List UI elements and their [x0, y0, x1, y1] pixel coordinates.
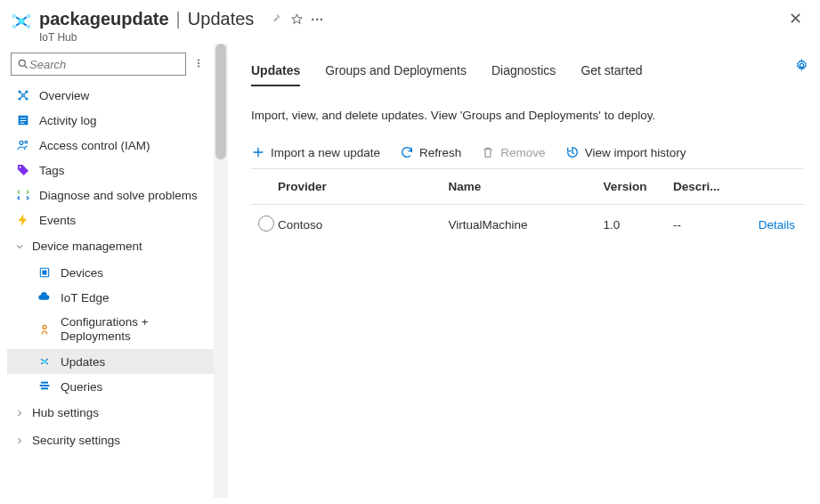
sidebar-item-iot-edge[interactable]: IoT Edge [7, 285, 214, 310]
sidebar-item-label: Updates [61, 355, 105, 369]
scroll-thumb[interactable] [215, 44, 226, 159]
remove-button: Remove [481, 145, 545, 159]
svg-point-1 [12, 14, 17, 19]
svg-rect-26 [40, 385, 50, 386]
chevron-down-icon [14, 241, 25, 252]
tab-getstarted[interactable]: Get started [580, 60, 642, 86]
cell-version: 1.0 [604, 218, 673, 232]
svg-rect-15 [20, 118, 27, 118]
svg-point-18 [20, 141, 23, 144]
cell-provider: Contoso [278, 218, 449, 232]
events-icon [16, 213, 30, 227]
plus-icon [251, 145, 265, 159]
devices-icon [37, 265, 52, 280]
sidebar-item-diagnose[interactable]: Diagnose and solve problems [7, 183, 214, 207]
svg-point-8 [198, 66, 199, 68]
import-update-button[interactable]: Import a new update [251, 145, 380, 159]
activity-log-icon [16, 113, 30, 127]
sidebar-group-label: Device management [32, 240, 142, 253]
sidebar-item-activity[interactable]: Activity log [7, 108, 214, 133]
search-input[interactable] [11, 53, 186, 76]
diagnose-icon [16, 188, 30, 202]
svg-point-19 [25, 141, 28, 143]
star-icon[interactable] [290, 12, 304, 26]
updates-icon [37, 354, 52, 369]
header-description[interactable]: Descri... [673, 180, 751, 193]
sidebar-item-label: Access control (IAM) [39, 139, 150, 152]
cell-name: VirtualMachine [449, 218, 604, 232]
details-link[interactable]: Details [759, 218, 795, 232]
breadcrumb-separator: | [176, 9, 181, 29]
refresh-button[interactable]: Refresh [400, 145, 461, 159]
search-icon [17, 58, 29, 70]
sidebar-group-label: Hub settings [32, 406, 99, 419]
remove-label: Remove [500, 146, 545, 159]
row-checkbox[interactable] [258, 215, 274, 232]
tab-groups[interactable]: Groups and Deployments [325, 60, 467, 86]
tab-updates[interactable]: Updates [251, 60, 300, 86]
refresh-label: Refresh [419, 146, 461, 159]
svg-point-9 [22, 94, 25, 97]
header-provider[interactable]: Provider [278, 180, 449, 193]
sidebar-item-label: Queries [61, 380, 102, 394]
sidebar-item-label: Tags [39, 164, 65, 177]
svg-rect-27 [41, 388, 48, 390]
settings-button[interactable] [794, 58, 809, 77]
import-label: Import a new update [271, 146, 380, 159]
sidebar-item-label: Overview [39, 89, 89, 102]
sidebar-group-security-settings[interactable]: Security settings [7, 427, 214, 454]
chevron-right-icon [14, 435, 25, 446]
more-icon[interactable]: ··· [311, 12, 324, 27]
refresh-icon [400, 145, 414, 159]
svg-rect-17 [20, 123, 25, 124]
page-title: Updates [188, 9, 255, 29]
pin-icon[interactable] [270, 12, 283, 26]
sidebar-group-device-management[interactable]: Device management [7, 232, 214, 260]
history-button[interactable]: View import history [565, 145, 686, 159]
tags-icon [16, 163, 30, 177]
sidebar-item-label: Diagnose and solve problems [39, 189, 198, 202]
sidebar-item-label: Devices [61, 266, 103, 280]
sidebar-item-devices[interactable]: Devices [7, 260, 214, 285]
sort-icon[interactable] [193, 56, 204, 72]
sidebar-item-updates[interactable]: Updates [7, 349, 214, 374]
iot-hub-icon [9, 9, 34, 34]
sidebar-item-tags[interactable]: Tags [7, 158, 214, 183]
sidebar-item-overview[interactable]: Overview [7, 83, 214, 108]
svg-point-20 [20, 167, 21, 168]
sidebar-item-label: Events [39, 214, 76, 227]
sidebar-item-configurations[interactable]: Configurations + Deployments [7, 310, 214, 349]
close-icon[interactable]: ✕ [789, 9, 802, 28]
breadcrumb: packageupdate | Updates ··· [39, 9, 324, 29]
svg-point-6 [198, 60, 199, 61]
header-name[interactable]: Name [449, 180, 604, 193]
sidebar-group-label: Security settings [32, 434, 120, 447]
trash-icon [481, 145, 495, 159]
sidebar-group-hub-settings[interactable]: Hub settings [7, 399, 214, 427]
sidebar-item-events[interactable]: Events [7, 207, 214, 232]
resource-type-label: IoT Hub [39, 31, 324, 44]
sidebar-item-label: IoT Edge [61, 291, 110, 305]
table-row[interactable]: Contoso VirtualMachine 1.0 -- Details [251, 205, 804, 246]
svg-point-28 [800, 63, 803, 67]
svg-point-2 [27, 14, 31, 19]
sidebar-scrollbar[interactable] [214, 44, 228, 498]
access-control-icon [16, 138, 30, 152]
header-version[interactable]: Version [604, 180, 673, 193]
sidebar-item-label: Activity log [39, 114, 97, 127]
svg-rect-16 [20, 120, 27, 121]
page-description: Import, view, and delete updates. View '… [251, 109, 804, 122]
sidebar-item-queries[interactable]: Queries [7, 374, 214, 399]
table-header: Provider Name Version Descri... [251, 169, 804, 205]
sidebar-item-access[interactable]: Access control (IAM) [7, 133, 214, 158]
queries-icon [37, 379, 52, 394]
svg-point-5 [19, 60, 25, 66]
tab-diagnostics[interactable]: Diagnostics [491, 60, 556, 86]
svg-rect-25 [41, 382, 48, 384]
history-icon [565, 145, 580, 159]
svg-rect-22 [43, 271, 46, 274]
svg-point-7 [198, 62, 199, 64]
history-label: View import history [585, 146, 686, 159]
overview-icon [16, 88, 30, 102]
chevron-right-icon [14, 408, 25, 419]
